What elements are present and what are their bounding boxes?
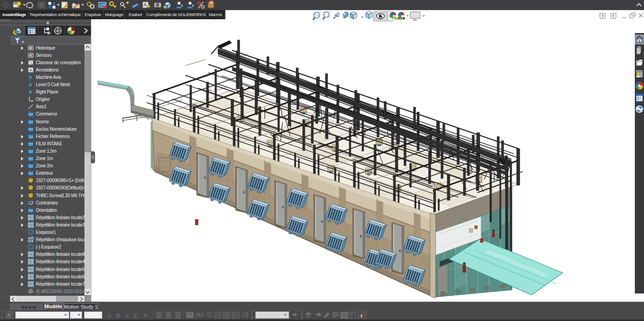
svg-text:A: A xyxy=(7,312,11,318)
svg-text:U: U xyxy=(134,312,138,319)
svg-text:B: B xyxy=(116,312,120,319)
svg-text:S: S xyxy=(144,312,147,319)
svg-text:I: I xyxy=(125,312,129,319)
svg-text:A: A xyxy=(107,312,112,319)
